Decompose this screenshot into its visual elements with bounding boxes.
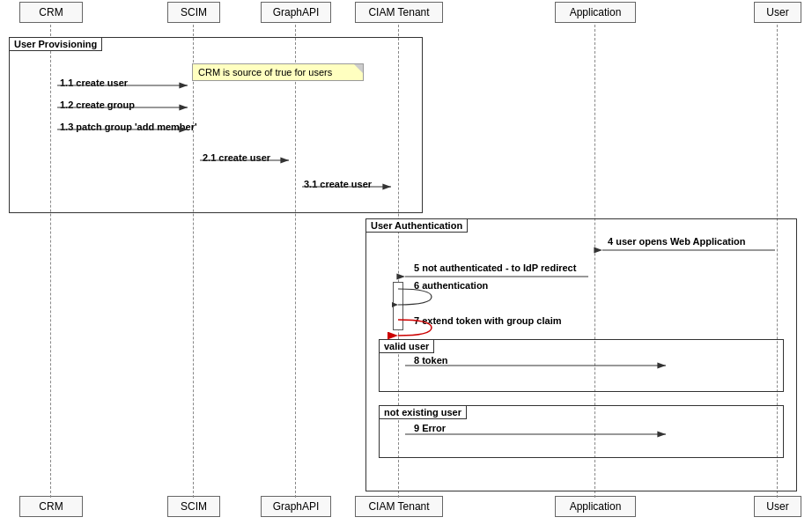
msg-1-3-label: 1.3 patch group 'add member' (60, 122, 197, 132)
participant-crm-top: CRM (19, 2, 83, 23)
note-crm-source: CRM is source of true for users (192, 63, 364, 81)
frame-valid-user: valid user (379, 339, 784, 392)
msg-1-2-label: 1.2 create group (60, 100, 135, 110)
frame-valid-user-label: valid user (380, 340, 434, 353)
participant-ciam-top: CIAM Tenant (355, 2, 443, 23)
msg-5-label: 5 not authenticated - to IdP redirect (414, 262, 576, 273)
participant-scim-bottom: SCIM (167, 496, 220, 517)
frame-user-provisioning-label: User Provisioning (10, 38, 102, 51)
participant-graphapi-bottom: GraphAPI (261, 496, 331, 517)
msg-4-label: 4 user opens Web Application (608, 236, 745, 247)
frame-user-authentication-label: User Authentication (366, 219, 468, 233)
msg-7-label: 7 extend token with group claim (414, 315, 561, 326)
frame-not-existing-user-label: not existing user (380, 406, 467, 419)
msg-8-label: 8 token (414, 355, 448, 366)
msg-2-1-label: 2.1 create user (203, 152, 270, 163)
msg-1-1-label: 1.1 create user (60, 78, 128, 88)
participant-graphapi-top: GraphAPI (261, 2, 331, 23)
sequence-diagram: CRM SCIM GraphAPI CIAM Tenant Applicatio… (0, 0, 812, 532)
participant-scim-top: SCIM (167, 2, 220, 23)
participant-user-bottom: User (754, 496, 801, 517)
participant-crm-bottom: CRM (19, 496, 83, 517)
msg-6-label: 6 authentication (414, 280, 488, 291)
msg-9-label: 9 Error (414, 423, 446, 433)
participant-user-top: User (754, 2, 801, 23)
msg-3-1-label: 3.1 create user (304, 179, 372, 189)
activation-ciam-auth (393, 282, 403, 330)
participant-application-top: Application (555, 2, 636, 23)
participant-ciam-bottom: CIAM Tenant (355, 496, 443, 517)
participant-application-bottom: Application (555, 496, 636, 517)
